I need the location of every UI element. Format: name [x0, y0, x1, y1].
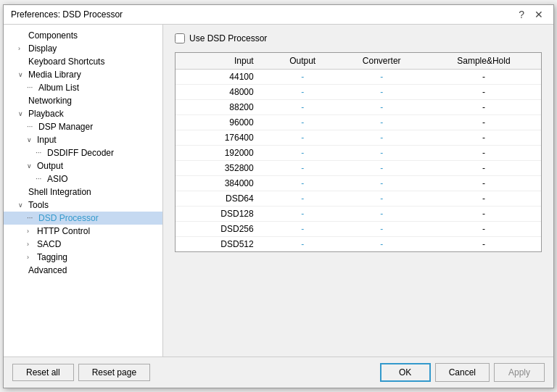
dash-icon: - [301, 87, 304, 97]
cell-output[interactable]: - [268, 114, 337, 130]
sidebar-item-tagging[interactable]: › Tagging [4, 251, 162, 264]
cancel-button[interactable]: Cancel [435, 363, 490, 382]
table-row[interactable]: 88200--- [176, 99, 541, 114]
cell-input: 44100 [176, 69, 268, 84]
table-row[interactable]: 192000--- [176, 145, 541, 160]
sidebar-item-dsdiff-decoder[interactable]: ··· DSDIFF Decoder [4, 146, 162, 159]
sidebar-item-media-library[interactable]: ∨ Media Library [4, 68, 162, 81]
sidebar-item-sacd[interactable]: › SACD [4, 238, 162, 251]
dsd-table: Input Output Converter Sample&Hold 44100… [176, 53, 541, 251]
cell-samplehold: - [426, 145, 541, 160]
sidebar-label: DSD Processor [38, 213, 99, 223]
sidebar-item-components[interactable]: Components [4, 29, 162, 42]
sidebar-label: ASIO [47, 174, 68, 184]
cell-converter[interactable]: - [337, 206, 426, 221]
sidebar-label: Input [37, 135, 57, 145]
sidebar-item-networking[interactable]: Networking [4, 94, 162, 107]
dash-icon: - [380, 193, 383, 204]
dash-icon: - [301, 224, 304, 234]
dash-icon: - [380, 148, 383, 158]
cell-output[interactable]: - [268, 99, 337, 114]
sidebar-item-album-list[interactable]: ··· Album List [4, 81, 162, 94]
cell-samplehold: - [426, 221, 541, 236]
sidebar-item-tools[interactable]: ∨ Tools [4, 199, 162, 212]
use-dsd-checkbox[interactable] [175, 33, 185, 43]
table-row[interactable]: 44100--- [176, 69, 541, 84]
table-row[interactable]: 48000--- [176, 84, 541, 99]
cell-output[interactable]: - [268, 145, 337, 160]
cell-converter[interactable]: - [337, 114, 426, 130]
sidebar-item-playback[interactable]: ∨ Playback [4, 107, 162, 120]
table-row[interactable]: DSD512--- [176, 236, 541, 251]
cell-samplehold: - [426, 206, 541, 221]
cell-converter[interactable]: - [337, 84, 426, 99]
window-title: Preferences: DSD Processor [11, 9, 123, 20]
sidebar-item-keyboard-shortcuts[interactable]: Keyboard Shortcuts [4, 55, 162, 68]
cell-converter[interactable]: - [337, 69, 426, 84]
dots-icon: ··· [27, 83, 36, 91]
cell-samplehold: - [426, 130, 541, 145]
table-row[interactable]: DSD256--- [176, 221, 541, 236]
cell-output[interactable]: - [268, 130, 337, 145]
cell-output[interactable]: - [268, 206, 337, 221]
dash-icon: - [301, 178, 304, 188]
cell-output[interactable]: - [268, 175, 337, 191]
table-row[interactable]: 176400--- [176, 130, 541, 145]
title-bar: Preferences: DSD Processor ? ✕ [4, 5, 553, 25]
sidebar-item-asio[interactable]: ··· ASIO [4, 172, 162, 185]
preferences-window: Preferences: DSD Processor ? ✕ Component… [3, 4, 554, 388]
sidebar-label: Tools [28, 200, 49, 210]
cell-output[interactable]: - [268, 84, 337, 99]
table-row[interactable]: DSD128--- [176, 206, 541, 221]
cell-converter[interactable]: - [337, 145, 426, 160]
dash-icon: - [301, 209, 304, 219]
footer-right: OK Cancel Apply [380, 363, 545, 382]
sidebar-item-display[interactable]: › Display [4, 42, 162, 55]
cell-input: 96000 [176, 114, 268, 130]
use-dsd-label[interactable]: Use DSD Processor [189, 33, 267, 43]
sidebar-item-output[interactable]: ∨ Output [4, 159, 162, 172]
cell-converter[interactable]: - [337, 191, 426, 206]
col-header-samplehold: Sample&Hold [426, 53, 541, 70]
sidebar-label: Shell Integration [28, 187, 91, 197]
cell-converter[interactable]: - [337, 175, 426, 191]
sidebar-label: Networking [28, 96, 72, 106]
sidebar-label: Tagging [37, 252, 67, 262]
cell-converter[interactable]: - [337, 99, 426, 114]
table-header-row: Input Output Converter Sample&Hold [176, 53, 541, 70]
reset-all-button[interactable]: Reset all [12, 364, 74, 381]
sidebar-item-http-control[interactable]: › HTTP Control [4, 225, 162, 238]
close-button[interactable]: ✕ [532, 9, 546, 20]
sidebar-label: Playback [28, 109, 64, 119]
cell-output[interactable]: - [268, 69, 337, 84]
apply-button[interactable]: Apply [494, 363, 545, 382]
cell-input: DSD128 [176, 206, 268, 221]
sidebar-item-shell-integration[interactable]: Shell Integration [4, 185, 162, 199]
sidebar-label: Output [37, 161, 63, 171]
cell-converter[interactable]: - [337, 221, 426, 236]
help-button[interactable]: ? [516, 9, 527, 20]
sidebar-label: HTTP Control [37, 226, 90, 236]
dash-icon: - [380, 178, 383, 188]
cell-input: 384000 [176, 175, 268, 191]
table-row[interactable]: 352800--- [176, 160, 541, 175]
cell-output[interactable]: - [268, 160, 337, 175]
cell-converter[interactable]: - [337, 160, 426, 175]
col-header-input: Input [176, 53, 268, 70]
cell-output[interactable]: - [268, 221, 337, 236]
reset-page-button[interactable]: Reset page [78, 364, 150, 381]
sidebar-item-dsd-processor[interactable]: ··· DSD Processor [4, 212, 162, 225]
ok-button[interactable]: OK [380, 363, 431, 382]
table-row[interactable]: 96000--- [176, 114, 541, 130]
table-row[interactable]: DSD64--- [176, 191, 541, 206]
sidebar-item-dsp-manager[interactable]: ··· DSP Manager [4, 120, 162, 133]
cell-converter[interactable]: - [337, 236, 426, 251]
cell-converter[interactable]: - [337, 130, 426, 145]
sidebar-item-input[interactable]: ∨ Input [4, 133, 162, 146]
sidebar-item-advanced[interactable]: Advanced [4, 264, 162, 277]
cell-output[interactable]: - [268, 236, 337, 251]
sidebar-label: DSP Manager [38, 122, 93, 132]
dots-icon: ··· [36, 175, 44, 183]
cell-output[interactable]: - [268, 191, 337, 206]
table-row[interactable]: 384000--- [176, 175, 541, 191]
